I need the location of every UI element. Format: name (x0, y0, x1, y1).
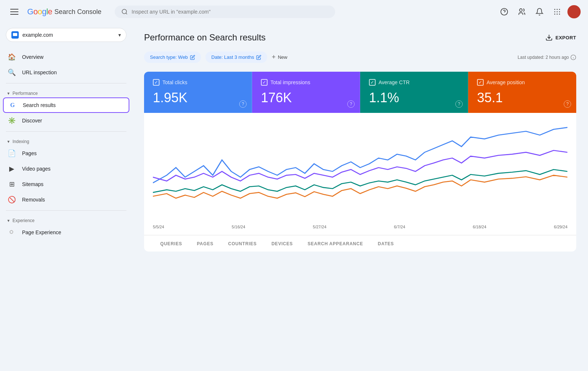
property-icon (11, 31, 19, 39)
sidebar-item-video-pages[interactable]: ▶ Video pages (0, 161, 132, 176)
sitemaps-icon: ⊞ (7, 180, 16, 188)
date-label-1: 5/5/24 (153, 225, 164, 229)
metric-checkbox-clicks (153, 79, 159, 86)
metric-label-impressions: Total impressions (270, 79, 310, 85)
metric-header-position: Average position (477, 79, 567, 86)
tab-pages[interactable]: PAGES (190, 235, 221, 252)
main-layout: example.com ▾ 🏠 Overview 🔍 URL inspectio… (0, 24, 588, 371)
svg-point-6 (554, 11, 555, 13)
search-icon (121, 8, 128, 15)
metric-info-ctr[interactable]: ? (455, 100, 463, 108)
help-icon (500, 8, 508, 16)
sidebar-item-removals[interactable]: 🚫 Removals (0, 192, 132, 207)
indexing-section-header[interactable]: ▾ Indexing (0, 135, 132, 146)
user-avatar-button[interactable] (567, 5, 581, 18)
performance-section-label: Performance (12, 91, 38, 96)
metric-card-impressions[interactable]: Total impressions 176K ? (252, 72, 360, 113)
chart-date-labels: 5/5/24 5/16/24 5/27/24 6/7/24 6/18/24 6/… (144, 225, 576, 235)
metric-info-position[interactable]: ? (564, 100, 571, 108)
metric-card-total-clicks[interactable]: Total clicks 1.95K ? (144, 72, 252, 113)
notifications-button[interactable] (532, 4, 547, 19)
svg-point-5 (559, 9, 560, 10)
video-pages-icon: ▶ (7, 165, 16, 173)
metric-checkbox-ctr (369, 79, 376, 86)
sidebar-divider-2 (6, 131, 126, 132)
metric-card-ctr[interactable]: Average CTR 1.1% ? (360, 72, 468, 113)
date-filter[interactable]: Date: Last 3 months (205, 51, 267, 63)
sidebar-item-overview[interactable]: 🏠 Overview (0, 49, 132, 65)
tab-countries[interactable]: COUNTRIES (221, 235, 264, 252)
sidebar-item-pages[interactable]: 📄 Pages (0, 146, 132, 161)
metric-value-impressions: 176K (261, 90, 351, 106)
sidebar-item-search-results[interactable]: G Search results (3, 97, 129, 113)
experience-section-label: Experience (12, 218, 35, 223)
url-search-input[interactable] (132, 9, 329, 15)
nav-icons-group (497, 4, 581, 19)
tab-search-appearance[interactable]: SEARCH APPEARANCE (300, 235, 370, 252)
metric-card-position[interactable]: Average position 35.1 ? (468, 72, 576, 113)
edit-icon (190, 55, 195, 60)
search-type-filter[interactable]: Search type: Web (144, 51, 201, 63)
last-updated-text: Last updated: 2 hours ago (518, 54, 576, 60)
performance-section-header[interactable]: ▾ Performance (0, 86, 132, 97)
sidebar-item-page-experience[interactable]: ⭘ Page Experience (0, 225, 132, 240)
manage-users-button[interactable] (514, 4, 529, 19)
discover-icon: ✳️ (7, 117, 16, 125)
metric-info-clicks[interactable]: ? (239, 100, 247, 108)
bottom-tabs: QUERIES PAGES COUNTRIES DEVICES SEARCH A… (144, 235, 576, 252)
metric-header-impressions: Total impressions (261, 79, 351, 86)
performance-section-arrow: ▾ (7, 91, 10, 96)
metric-header-ctr: Average CTR (369, 79, 459, 86)
metric-header-clicks: Total clicks (153, 79, 243, 86)
top-nav: Google Search Console (0, 0, 588, 24)
url-search-bar[interactable] (115, 6, 335, 18)
experience-section-header[interactable]: ▾ Experience (0, 214, 132, 225)
metric-label-ctr: Average CTR (379, 79, 410, 85)
info-icon (570, 54, 576, 60)
brand-logo: Google Search Console (27, 7, 101, 17)
sidebar-divider-3 (6, 210, 126, 211)
page-title: Performance on Search results (144, 32, 266, 43)
sidebar-item-url-inspection[interactable]: 🔍 URL inspection (0, 65, 132, 80)
tab-devices[interactable]: DEVICES (264, 235, 300, 252)
page-experience-label: Page Experience (22, 229, 61, 235)
metrics-row: Total clicks 1.95K ? Total impressions 1… (144, 72, 576, 113)
edit-date-icon (256, 55, 261, 60)
date-label-4: 6/7/24 (394, 225, 405, 229)
product-name: Search Console (54, 8, 101, 16)
new-filter-button[interactable]: + New (272, 53, 287, 61)
export-button[interactable]: EXPORT (545, 34, 576, 41)
metric-checkbox-impressions (261, 79, 268, 86)
metrics-chart-card: Total clicks 1.95K ? Total impressions 1… (144, 72, 576, 252)
apps-button[interactable] (550, 4, 564, 19)
sidebar: example.com ▾ 🏠 Overview 🔍 URL inspectio… (0, 24, 132, 371)
content-header: Performance on Search results EXPORT (144, 32, 576, 43)
bell-icon (535, 8, 544, 16)
tab-dates[interactable]: DATES (370, 235, 401, 252)
sitemaps-label: Sitemaps (22, 181, 43, 187)
export-icon (545, 34, 553, 41)
metric-value-position: 35.1 (477, 90, 567, 106)
metric-info-impressions[interactable]: ? (347, 100, 355, 108)
svg-point-10 (557, 14, 558, 15)
search-results-label: Search results (23, 102, 55, 108)
metric-value-clicks: 1.95K (153, 90, 243, 106)
sidebar-divider-1 (6, 83, 126, 83)
date-label-5: 6/18/24 (473, 225, 487, 229)
svg-point-9 (554, 14, 555, 15)
pages-label: Pages (22, 150, 37, 156)
property-selector[interactable]: example.com ▾ (6, 28, 126, 42)
date-label-3: 5/27/24 (313, 225, 326, 229)
removals-label: Removals (22, 197, 45, 203)
date-label-6: 6/29/24 (554, 225, 567, 229)
help-button[interactable] (497, 4, 512, 19)
svg-point-7 (557, 11, 558, 13)
hamburger-menu-button[interactable] (7, 6, 21, 18)
property-name: example.com (22, 32, 115, 38)
sidebar-item-sitemaps[interactable]: ⊞ Sitemaps (0, 176, 132, 192)
svg-point-4 (557, 9, 558, 10)
tab-queries[interactable]: QUERIES (153, 235, 190, 252)
pages-icon: 📄 (7, 149, 16, 157)
sidebar-item-discover[interactable]: ✳️ Discover (0, 113, 132, 128)
chart-area (144, 113, 576, 225)
